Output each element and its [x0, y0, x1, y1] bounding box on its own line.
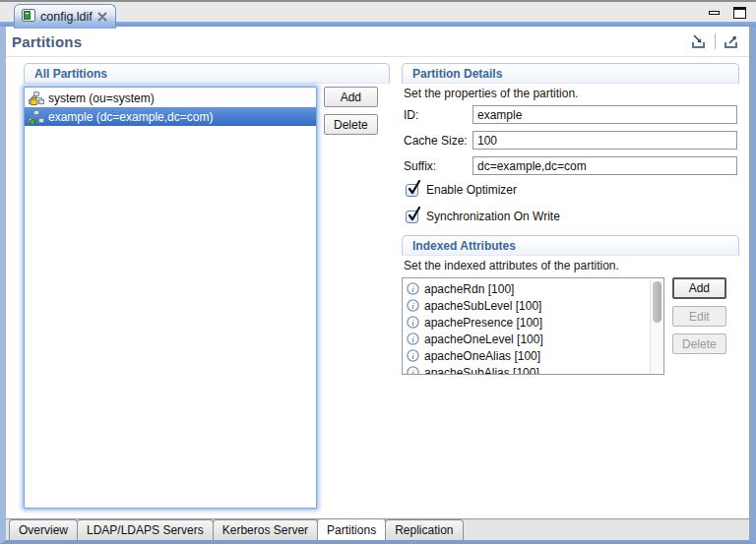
close-tab-icon[interactable]	[97, 12, 107, 22]
indexed-attributes-list[interactable]: iapacheRdn [100]iapacheSubLevel [100]iap…	[402, 277, 664, 375]
cache-size-input[interactable]	[472, 131, 737, 150]
delete-index-button[interactable]: Delete	[672, 333, 726, 354]
editor-tab-bar: config.ldif	[0, 0, 756, 27]
info-icon: i	[407, 316, 419, 329]
toolbar-divider	[715, 33, 716, 49]
info-icon: i	[407, 282, 419, 295]
synchronization-on-write-label: Synchronization On Write	[426, 210, 560, 223]
maximize-view-icon[interactable]	[722, 32, 741, 51]
indexed-attribute-item[interactable]: iapacheOneAlias [100]	[407, 347, 663, 364]
indexed-attribute-item[interactable]: iapachePresence [100]	[407, 314, 663, 331]
ldif-file-icon	[22, 9, 35, 25]
minimize-view-icon[interactable]	[689, 32, 709, 51]
info-icon: i	[407, 332, 419, 345]
indexed-attribute-label: apacheRdn [100]	[424, 282, 514, 296]
suffix-input[interactable]	[472, 156, 737, 175]
page-tab-replication[interactable]: Replication	[385, 519, 463, 540]
scrollbar[interactable]	[650, 279, 662, 373]
editor-tab-label: config.ldif	[40, 10, 93, 24]
all-partitions-title: All Partitions	[34, 67, 107, 81]
partition-icon	[28, 110, 44, 124]
indexed-attribute-label: apacheOneAlias [100]	[424, 349, 540, 363]
page-tab-bar: OverviewLDAP/LDAPS ServersKerberos Serve…	[6, 518, 749, 540]
partition-details-description: Set the properties of the partition.	[404, 87, 739, 100]
add-index-button[interactable]: Add	[672, 277, 726, 299]
indexed-attributes-title: Indexed Attributes	[412, 239, 516, 253]
synchronization-on-write-checkbox[interactable]: Synchronization On Write	[406, 209, 739, 224]
page-tab-partitions[interactable]: Partitions	[317, 518, 386, 540]
suffix-field-row: Suffix:	[404, 156, 737, 175]
all-partitions-header: All Partitions	[24, 63, 390, 84]
indexed-attributes-header: Indexed Attributes	[402, 235, 739, 256]
checkmark-icon	[408, 180, 421, 199]
partition-details-section: Partition Details Set the properties of …	[402, 63, 739, 509]
editor-tab-config-ldif[interactable]: config.ldif	[14, 4, 116, 29]
maximize-icon[interactable]	[733, 7, 746, 19]
partition-details-title: Partition Details	[412, 67, 502, 81]
indexed-attribute-item[interactable]: iapacheOneLevel [100]	[407, 331, 663, 347]
partitions-page: Partitions All Partitions system (ou=sys…	[6, 27, 749, 518]
indexed-attribute-item[interactable]: iapacheRdn [100]	[407, 280, 663, 297]
add-partition-button[interactable]: Add	[324, 87, 378, 107]
cache-size-label: Cache Size:	[404, 134, 472, 148]
info-icon: i	[407, 349, 419, 362]
indexed-attribute-label: apacheSubAlias [100]	[424, 366, 539, 376]
system-partition-icon	[28, 91, 44, 105]
page-title: Partitions	[12, 33, 82, 50]
id-field-row: ID:	[404, 105, 737, 124]
indexed-attribute-label: apacheOneLevel [100]	[424, 332, 543, 346]
checkbox-icon	[406, 211, 418, 223]
form-header: Partitions	[6, 27, 749, 57]
edit-index-button[interactable]: Edit	[672, 306, 726, 327]
form-body: All Partitions system (ou=system)example…	[6, 57, 749, 509]
indexed-attribute-label: apacheSubLevel [100]	[424, 299, 541, 313]
indexed-attributes-description: Set the indexed attributes of the partit…	[404, 259, 739, 272]
suffix-label: Suffix:	[404, 159, 472, 173]
enable-optimizer-checkbox[interactable]: Enable Optimizer	[406, 182, 739, 198]
checkmark-icon	[408, 207, 421, 225]
indexed-attribute-label: apachePresence [100]	[424, 316, 542, 330]
partition-label: example (dc=example,dc=com)	[48, 110, 213, 124]
partition-details-header: Partition Details	[402, 63, 739, 84]
indexed-attribute-item[interactable]: iapacheSubAlias [100]	[407, 364, 663, 375]
partition-label: system (ou=system)	[48, 91, 155, 105]
cache-size-field-row: Cache Size:	[404, 131, 737, 150]
id-input[interactable]	[472, 105, 737, 124]
minimize-icon[interactable]	[709, 11, 720, 15]
all-partitions-section: All Partitions system (ou=system)example…	[24, 63, 390, 509]
page-tab-kerberos-server[interactable]: Kerberos Server	[213, 519, 318, 540]
scrollbar-thumb[interactable]	[653, 281, 662, 323]
info-icon: i	[407, 299, 419, 312]
enable-optimizer-label: Enable Optimizer	[426, 183, 517, 197]
page-tab-overview[interactable]: Overview	[9, 519, 78, 540]
page-tab-ldap-ldaps-servers[interactable]: LDAP/LDAPS Servers	[77, 519, 214, 540]
partition-list-item[interactable]: system (ou=system)	[25, 89, 316, 107]
indexed-attribute-item[interactable]: iapacheSubLevel [100]	[407, 297, 663, 314]
partitions-list[interactable]: system (ou=system)example (dc=example,dc…	[24, 87, 317, 509]
info-icon: i	[407, 366, 419, 375]
delete-partition-button[interactable]: Delete	[324, 114, 378, 135]
partition-list-item[interactable]: example (dc=example,dc=com)	[25, 107, 316, 126]
editor-frame: Partitions All Partitions system (ou=sys…	[0, 27, 756, 544]
id-label: ID:	[404, 108, 472, 122]
checkbox-icon	[406, 184, 418, 197]
window-controls	[709, 7, 746, 19]
